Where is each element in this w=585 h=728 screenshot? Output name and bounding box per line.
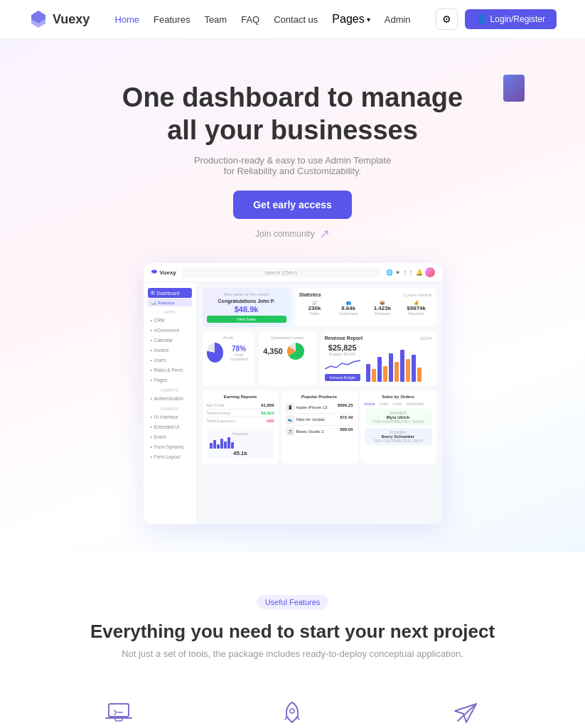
mock-sidebar-roles: •Roles & Perm. bbox=[148, 365, 192, 375]
mock-sidebar: ⊞Dashboard 📊Analytics APPS •CRM •eCommer… bbox=[144, 282, 197, 524]
mock-sidebar-ui: •UI Interface bbox=[148, 412, 192, 422]
mock-leads-card: Generated Leads 4,350 bbox=[259, 331, 316, 386]
nav-team[interactable]: Team bbox=[204, 14, 227, 25]
features-title: Everything you need to start your next p… bbox=[43, 621, 542, 643]
navbar: Vuexy Home Features Team FAQ Contact us … bbox=[0, 0, 585, 39]
nav-actions: ⚙ 👤 Login/Register bbox=[436, 9, 557, 30]
user-icon: 👤 bbox=[476, 14, 487, 24]
settings-button[interactable]: ⚙ bbox=[436, 9, 458, 30]
nav-faq[interactable]: FAQ bbox=[241, 14, 259, 25]
mock-profit-card: Profit 78% Goal completed bbox=[203, 331, 255, 386]
nav-links: Home Features Team FAQ Contact us Pages … bbox=[114, 13, 410, 26]
login-button[interactable]: 👤 Login/Register bbox=[465, 9, 557, 29]
send-icon bbox=[449, 695, 484, 728]
mock-congrats-card: Best seller of the month Congratulations… bbox=[203, 288, 291, 327]
arrow-icon: ↗ bbox=[319, 226, 330, 242]
mock-search: Search (Ctrl+/) bbox=[182, 268, 380, 277]
mock-main-content: Best seller of the month Congratulations… bbox=[197, 282, 442, 524]
mock-sidebar-dashboard: ⊞Dashboard bbox=[148, 288, 192, 298]
mock-sidebar-auth: •Authentication bbox=[148, 394, 192, 403]
join-community: Join community ↗ bbox=[28, 226, 557, 242]
features-subtitle: Not just a set of tools, the package inc… bbox=[43, 648, 542, 659]
hero-heading: One dashboard to manage all your busines… bbox=[28, 82, 557, 146]
mock-products-card: Popular Products 📱 Apple iPhone 13 $899.… bbox=[281, 390, 358, 464]
mock-sidebar-pages: •Pages bbox=[148, 375, 192, 385]
feature-continuous-updates: Continuous Updates Free updates for the … bbox=[216, 687, 368, 728]
cta-button[interactable]: Get early access bbox=[233, 191, 352, 219]
mock-sidebar-analytics: 📊Analytics bbox=[148, 299, 192, 306]
mock-sidebar-extended: •Extended UI bbox=[148, 422, 192, 432]
mock-sidebar-crm: •CRM bbox=[148, 316, 192, 325]
nav-home[interactable]: Home bbox=[114, 14, 139, 25]
rocket-icon bbox=[274, 695, 310, 728]
mock-sidebar-users: •Users bbox=[148, 355, 192, 365]
nav-features[interactable]: Features bbox=[154, 14, 190, 25]
nav-pages-dropdown[interactable]: Pages ▾ bbox=[332, 13, 370, 26]
mock-sidebar-form-d: •Form Dynamic bbox=[148, 442, 192, 451]
nav-admin[interactable]: Admin bbox=[385, 14, 411, 25]
nav-pages-label: Pages bbox=[332, 13, 364, 26]
features-badge: Useful Features bbox=[257, 595, 329, 609]
feature-starter-kit: Stater Kit Start your project quickly wi… bbox=[390, 687, 542, 728]
chevron-down-icon: ▾ bbox=[367, 16, 370, 23]
nav-contact[interactable]: Contact us bbox=[274, 14, 318, 25]
mock-sidebar-invoice: •Invoice bbox=[148, 346, 192, 355]
mock-stats-card: Statistics Current month ▾ 📈 230k Sales … bbox=[295, 288, 436, 327]
laptop-icon bbox=[101, 695, 136, 728]
features-grid: Quality Code Code structure that all dev… bbox=[43, 687, 542, 728]
brand-logo[interactable]: Vuexy bbox=[28, 9, 90, 29]
logo-icon bbox=[28, 9, 48, 29]
hero-subtext: Production-ready & easy to use Admin Tem… bbox=[28, 155, 557, 176]
features-section: Useful Features Everything you need to s… bbox=[0, 552, 585, 728]
mock-sidebar-calendar: •Calendar bbox=[148, 336, 192, 345]
mock-earning-card: Earning Reports Net Profit$1,899 Total I… bbox=[203, 390, 279, 464]
brand-name: Vuexy bbox=[53, 12, 90, 27]
svg-point-1 bbox=[290, 709, 294, 713]
svg-rect-0 bbox=[109, 704, 129, 717]
mock-sidebar-form-l: •Form Layout bbox=[148, 452, 192, 461]
mock-sidebar-ecommerce: •eCommerce bbox=[148, 326, 192, 335]
dashboard-mockup: Vuexy Search (Ctrl+/) 🌐 ☀ ⋮⋮ 🔔 ⊞Dashboar… bbox=[144, 263, 442, 524]
mock-sales-card: Sales by Orders Active Links Links Downl… bbox=[360, 390, 436, 464]
mock-revenue-card: Revenue Report 2022 ▾ $25,825 Budget: $6… bbox=[321, 331, 436, 386]
mock-sidebar-event: •Event bbox=[148, 432, 192, 441]
feature-quality-code: Quality Code Code structure that all dev… bbox=[43, 687, 195, 728]
mock-brand: Vuexy bbox=[151, 269, 176, 276]
hero-section: One dashboard to manage all your busines… bbox=[0, 39, 585, 552]
mock-topbar-icons: 🌐 ☀ ⋮⋮ 🔔 bbox=[386, 267, 435, 277]
